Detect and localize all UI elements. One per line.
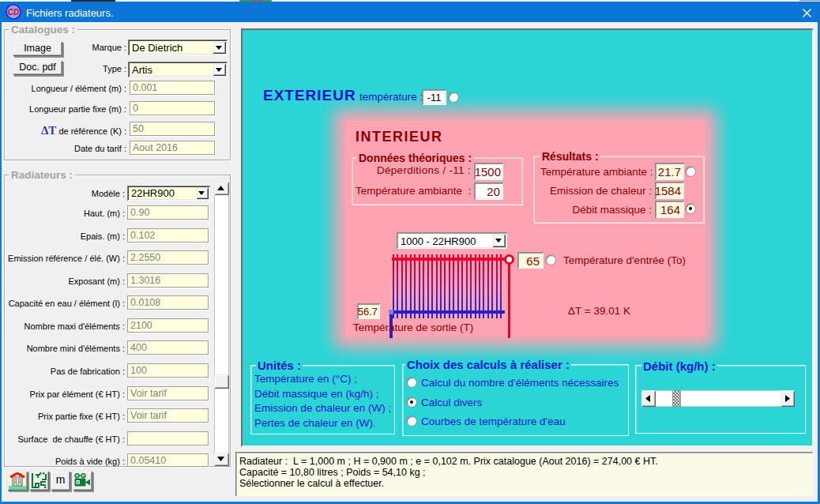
svg-text:CD: CD xyxy=(8,8,19,17)
